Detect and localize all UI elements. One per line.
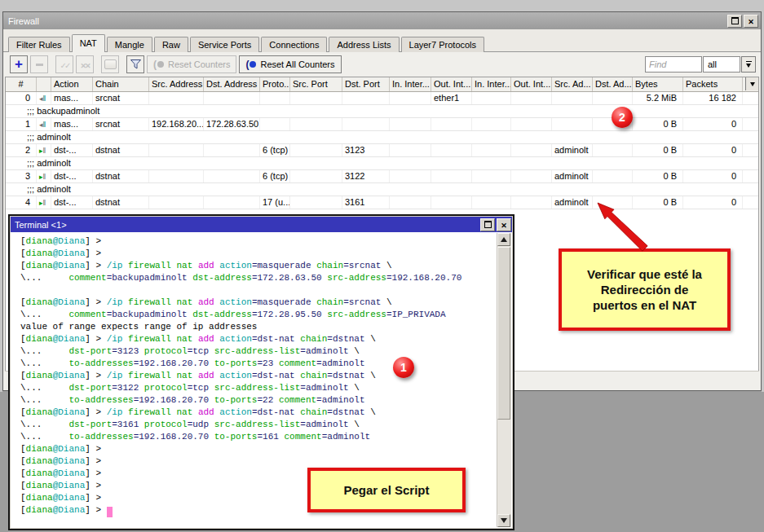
close-button[interactable] xyxy=(744,15,758,28)
cell-src_port xyxy=(290,92,342,104)
reset-all-counters-button[interactable]: ( Reset All Counters xyxy=(239,55,341,73)
cell-num: 3 xyxy=(6,170,37,182)
cell-src_address: 192.168.20... xyxy=(149,118,204,130)
cell-src_port xyxy=(290,144,342,156)
col-header-src_port[interactable]: Src. Port xyxy=(290,77,342,91)
terminal-line: \... dst-port=3122 protocol=tcp src-addr… xyxy=(20,383,493,395)
terminal-scrollbar[interactable] xyxy=(497,233,511,527)
firewall-titlebar[interactable]: Firewall xyxy=(3,12,761,29)
cell-chain: dstnat xyxy=(93,170,149,182)
col-header-num[interactable]: # xyxy=(6,77,37,91)
nat-comment-row[interactable]: ;;; adminolt xyxy=(6,183,758,196)
col-header-out_if2[interactable]: Out. Int... xyxy=(511,77,552,91)
cell-chain: srcnat xyxy=(93,118,149,130)
remove-button[interactable] xyxy=(30,55,48,73)
cell-in_if2 xyxy=(472,92,511,104)
col-header-packets[interactable]: Packets xyxy=(683,77,743,91)
filter-funnel-icon xyxy=(130,59,141,69)
cell-dst_ad xyxy=(593,170,633,182)
filter-scope-dropdown-button[interactable] xyxy=(741,56,756,73)
terminal-line: [diana@Diana] > xyxy=(20,248,493,261)
col-header-chain[interactable]: Chain xyxy=(93,77,149,91)
scroll-down-button[interactable] xyxy=(497,514,510,527)
terminal-line: \... dst-port=3123 protocol=tcp src-addr… xyxy=(20,346,493,358)
column-select-button[interactable] xyxy=(745,77,758,90)
minus-icon xyxy=(36,64,43,66)
tab-nat[interactable]: NAT xyxy=(72,34,105,52)
dropdown-arrow-icon xyxy=(750,82,755,86)
cell-dst_port: 3123 xyxy=(342,144,390,156)
terminal-line: \... comment=backupadminolt dst-address=… xyxy=(20,273,493,285)
col-header-src_ad[interactable]: Src. Ad... xyxy=(552,77,593,91)
nat-rule-row[interactable]: 1◂‖mas...srcnat192.168.20...172.28.63.50… xyxy=(6,118,758,131)
tab-service-ports[interactable]: Service Ports xyxy=(190,37,259,52)
red-arrow xyxy=(571,196,652,253)
note-verify-nat: Verificar que esté laRedirección depuert… xyxy=(559,248,731,331)
terminal-close-button[interactable] xyxy=(497,218,511,231)
terminal-line: [diana@Diana] > xyxy=(20,236,493,248)
nat-comment-row[interactable]: ;;; adminolt xyxy=(6,131,758,144)
disable-button[interactable] xyxy=(76,55,94,73)
cell-num: 2 xyxy=(6,144,37,156)
add-button[interactable] xyxy=(10,55,28,73)
scroll-up-button[interactable] xyxy=(497,233,510,246)
cell-dst_ad xyxy=(593,92,633,104)
cell-src_ad: adminolt xyxy=(552,144,593,156)
filter-scope-select[interactable]: all xyxy=(703,56,740,73)
col-header-dst_address[interactable]: Dst. Address xyxy=(204,77,260,91)
cell-out_if2 xyxy=(511,196,552,209)
tab-filter-rules[interactable]: Filter Rules xyxy=(8,37,70,52)
comment-button[interactable] xyxy=(101,55,119,73)
col-header-bytes[interactable]: Bytes xyxy=(633,77,683,91)
col-header-in_if2[interactable]: In. Inter... xyxy=(472,77,511,91)
col-header-out_if[interactable]: Out. Int... xyxy=(431,77,472,91)
reset-counters-button[interactable]: ( Reset Counters xyxy=(147,55,236,73)
filter-button[interactable] xyxy=(126,55,144,73)
col-header-action[interactable]: Action xyxy=(51,77,93,91)
nat-comment-row[interactable]: ;;; adminolt xyxy=(6,157,758,170)
find-input[interactable] xyxy=(645,56,702,73)
terminal-line: \... to-addresses=192.168.20.70 to-ports… xyxy=(20,432,493,444)
maximize-icon xyxy=(731,17,739,24)
cell-dst_address xyxy=(204,170,260,182)
col-header-icon[interactable] xyxy=(37,77,51,91)
terminal-line: \... to-addresses=192.168.20.70 to-ports… xyxy=(20,395,493,407)
col-header-proto[interactable]: Proto... xyxy=(260,77,290,91)
terminal-maximize-button[interactable] xyxy=(480,218,495,231)
firewall-toolbar: ( Reset Counters ( Reset All Counters al… xyxy=(3,52,761,77)
terminal-line: [diana@Diana] > /ip firewall nat add act… xyxy=(20,297,493,310)
masquerade-icon: ◂‖ xyxy=(37,118,51,130)
terminal-line: \... comment=backupadminolt dst-address=… xyxy=(20,310,493,322)
col-header-dst_ad[interactable]: Dst. Ad... xyxy=(593,77,633,91)
cell-out_if xyxy=(431,196,472,209)
maximize-button[interactable] xyxy=(727,15,742,28)
cell-chain: dstnat xyxy=(93,196,149,209)
tab-raw[interactable]: Raw xyxy=(154,37,188,52)
cell-dst_ad xyxy=(593,144,633,156)
cell-src_address xyxy=(149,92,204,104)
cell-packets: 0 xyxy=(683,196,743,209)
col-header-src_address[interactable]: Src. Address xyxy=(149,77,204,91)
nat-rule-row[interactable]: 2▸‖dst-...dstnat6 (tcp)3123adminolt0 B0 xyxy=(6,144,758,157)
tab-layer7-protocols[interactable]: Layer7 Protocols xyxy=(401,37,485,52)
cell-num: 4 xyxy=(6,196,37,209)
scrollbar-thumb[interactable] xyxy=(497,247,510,420)
cell-src_port xyxy=(290,170,342,182)
terminal-titlebar[interactable]: Terminal <1> xyxy=(11,217,512,232)
dropdown-arrow-icon xyxy=(745,60,753,68)
tab-mangle[interactable]: Mangle xyxy=(107,37,152,52)
cell-proto xyxy=(260,118,290,130)
nat-comment-row[interactable]: ;;; backupadminolt xyxy=(6,105,758,118)
firewall-window-title: Firewall xyxy=(8,16,726,26)
cell-src_port xyxy=(290,118,342,130)
tab-connections[interactable]: Connections xyxy=(261,37,327,52)
enable-button[interactable] xyxy=(55,55,73,73)
nat-rule-row[interactable]: 3▸‖dst-...dstnat6 (tcp)3122adminolt0 B0 xyxy=(6,170,758,183)
col-header-dst_port[interactable]: Dst. Port xyxy=(342,77,390,91)
col-header-in_if[interactable]: In. Inter... xyxy=(390,77,431,91)
tab-address-lists[interactable]: Address Lists xyxy=(329,37,399,52)
cell-action: dst-... xyxy=(51,196,93,209)
terminal-line: [diana@Diana] > /ip firewall nat add act… xyxy=(20,334,493,346)
cell-num: 0 xyxy=(6,92,37,104)
nat-rule-row[interactable]: 0◂‖mas...srcnatether15.2 MiB16 182 xyxy=(6,92,758,105)
